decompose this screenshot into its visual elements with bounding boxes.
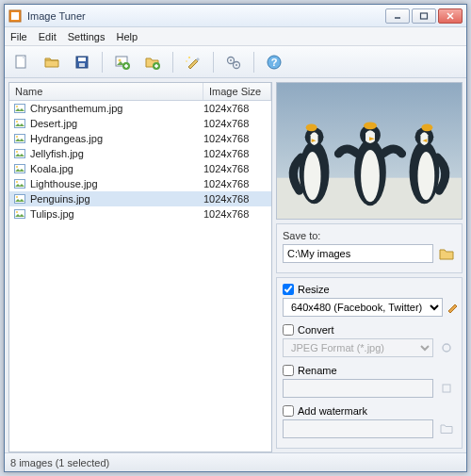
table-row[interactable]: Jellyfish.jpg1024x768 xyxy=(9,146,271,161)
content-area: Name Image Size Chrysanthemum.jpg1024x76… xyxy=(5,78,466,452)
minimize-button[interactable] xyxy=(385,8,410,24)
rename-settings-button[interactable] xyxy=(437,379,456,398)
svg-rect-40 xyxy=(15,209,25,218)
table-row[interactable]: Hydrangeas.jpg1024x768 xyxy=(9,131,271,146)
svg-rect-28 xyxy=(15,119,25,127)
file-name: Lighthouse.jpg xyxy=(30,178,203,189)
svg-point-39 xyxy=(16,196,18,198)
svg-point-56 xyxy=(443,344,450,352)
svg-rect-26 xyxy=(15,104,25,112)
file-size: 1024x768 xyxy=(203,118,268,129)
image-preview xyxy=(276,82,463,220)
file-size: 1024x768 xyxy=(203,148,268,159)
svg-point-21 xyxy=(230,59,232,61)
rename-input[interactable] xyxy=(283,379,433,398)
image-file-icon xyxy=(13,208,26,220)
file-name: Koala.jpg xyxy=(30,163,203,174)
svg-rect-34 xyxy=(15,164,25,172)
file-size: 1024x768 xyxy=(203,193,268,205)
column-size[interactable]: Image Size xyxy=(203,83,271,100)
convert-settings-button[interactable] xyxy=(437,338,456,357)
resize-label: Resize xyxy=(298,284,330,295)
save-button[interactable] xyxy=(69,50,95,74)
add-folder-button[interactable] xyxy=(139,50,166,74)
svg-rect-30 xyxy=(15,134,25,142)
resize-select[interactable]: 640x480 (Facebook, Twitter) xyxy=(283,298,443,317)
convert-select[interactable]: JPEG Format (*.jpg) xyxy=(283,338,433,357)
svg-point-31 xyxy=(16,136,18,138)
svg-point-35 xyxy=(16,166,18,168)
watermark-checkbox[interactable] xyxy=(283,405,294,417)
svg-rect-3 xyxy=(421,13,428,19)
image-file-icon xyxy=(13,133,26,144)
save-path-input[interactable] xyxy=(283,244,433,263)
table-row[interactable]: Tulips.jpg1024x768 xyxy=(9,206,271,222)
file-list-rows: Chrysanthemum.jpg1024x768Desert.jpg1024x… xyxy=(9,101,271,451)
save-to-label: Save to: xyxy=(283,230,456,241)
image-file-icon xyxy=(13,193,26,205)
maximize-button[interactable] xyxy=(412,8,436,24)
svg-point-37 xyxy=(16,181,18,183)
svg-rect-1 xyxy=(11,12,19,20)
image-file-icon xyxy=(13,148,26,159)
table-row[interactable]: Chrysanthemum.jpg1024x768 xyxy=(9,101,271,116)
svg-point-29 xyxy=(16,121,18,123)
toolbar-separator xyxy=(213,52,214,73)
right-pane: Save to: Resize 640x480 (Facebook, Twitt… xyxy=(276,82,463,452)
image-file-icon xyxy=(13,118,26,129)
image-file-icon xyxy=(13,163,26,174)
file-size: 1024x768 xyxy=(203,208,268,220)
settings-button[interactable] xyxy=(220,50,247,74)
new-button[interactable] xyxy=(8,50,35,74)
image-file-icon xyxy=(13,103,26,114)
rename-checkbox[interactable] xyxy=(283,365,294,376)
toolbar-separator xyxy=(253,52,254,73)
file-name: Penguins.jpg xyxy=(30,193,203,205)
add-image-button[interactable] xyxy=(109,50,136,74)
column-name[interactable]: Name xyxy=(9,83,203,100)
file-size: 1024x768 xyxy=(203,178,268,189)
svg-rect-9 xyxy=(79,63,85,67)
svg-rect-38 xyxy=(15,194,25,203)
convert-checkbox[interactable] xyxy=(283,324,294,336)
save-panel: Save to: xyxy=(276,223,463,273)
image-file-icon xyxy=(13,178,26,189)
resize-checkbox[interactable] xyxy=(283,284,294,295)
rename-label: Rename xyxy=(298,365,337,376)
close-button[interactable] xyxy=(438,8,463,24)
browse-folder-button[interactable] xyxy=(437,244,456,263)
menu-file[interactable]: File xyxy=(10,31,27,42)
menu-edit[interactable]: Edit xyxy=(39,31,57,42)
svg-point-33 xyxy=(16,151,18,153)
table-row[interactable]: Lighthouse.jpg1024x768 xyxy=(9,176,271,191)
file-name: Hydrangeas.jpg xyxy=(30,133,203,144)
toolbar: ? xyxy=(5,46,466,78)
watermark-input[interactable] xyxy=(283,419,433,438)
file-list[interactable]: Name Image Size Chrysanthemum.jpg1024x76… xyxy=(8,82,272,452)
file-size: 1024x768 xyxy=(203,103,268,114)
resize-edit-button[interactable] xyxy=(447,298,460,317)
svg-rect-8 xyxy=(78,57,86,61)
table-row[interactable]: Desert.jpg1024x768 xyxy=(9,116,271,131)
process-button[interactable] xyxy=(180,50,206,74)
file-size: 1024x768 xyxy=(203,133,268,144)
menu-settings[interactable]: Settings xyxy=(68,31,106,42)
svg-point-27 xyxy=(16,106,18,107)
status-bar: 8 images (1 selected) xyxy=(5,452,466,471)
table-row[interactable]: Penguins.jpg1024x768 xyxy=(9,191,271,206)
menu-help[interactable]: Help xyxy=(116,31,138,42)
svg-point-51 xyxy=(364,122,377,129)
app-icon xyxy=(8,9,22,23)
file-name: Chrysanthemum.jpg xyxy=(30,103,203,114)
file-name: Jellyfish.jpg xyxy=(30,148,203,159)
svg-point-18 xyxy=(188,57,190,58)
file-list-header: Name Image Size xyxy=(9,83,271,101)
file-name: Tulips.jpg xyxy=(30,208,203,220)
open-folder-button[interactable] xyxy=(39,50,65,74)
watermark-browse-button[interactable] xyxy=(437,419,456,438)
svg-point-41 xyxy=(16,211,18,213)
svg-point-19 xyxy=(186,60,187,62)
table-row[interactable]: Koala.jpg1024x768 xyxy=(9,161,271,176)
help-button[interactable]: ? xyxy=(261,50,287,74)
svg-point-23 xyxy=(236,64,237,66)
